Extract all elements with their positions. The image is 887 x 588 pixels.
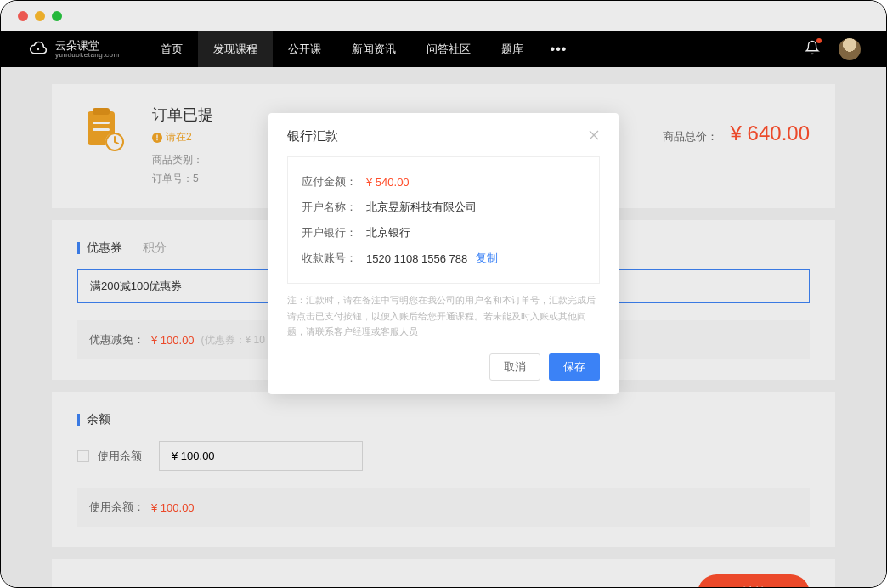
app-window: 云朵课堂 yunduoketang.com 首页 发现课程 公开课 新闻资讯 问… — [0, 0, 887, 588]
cancel-button[interactable]: 取消 — [489, 353, 540, 381]
modal-note: 注：汇款时，请在备注中写明您在我公司的用户名和本订单号，汇款完成后请点击已支付按… — [287, 292, 600, 340]
bank-value: 北京银行 — [366, 225, 410, 240]
account-no-label: 收款账号： — [302, 251, 366, 266]
account-no-value: 1520 1108 1556 788 — [366, 252, 467, 265]
modal-close-button[interactable] — [588, 129, 600, 144]
modal-footer: 取消 保存 — [287, 353, 600, 381]
copy-account-button[interactable]: 复制 — [476, 251, 498, 266]
account-name-value: 北京昱新科技有限公司 — [366, 200, 477, 215]
save-button[interactable]: 保存 — [549, 353, 600, 381]
bank-transfer-modal: 银行汇款 应付金额： ¥ 540.00 开户名称： 北京昱新科技有限公司 开户银… — [268, 113, 619, 394]
modal-body: 应付金额： ¥ 540.00 开户名称： 北京昱新科技有限公司 开户银行： 北京… — [287, 156, 600, 284]
modal-overlay[interactable]: 银行汇款 应付金额： ¥ 540.00 开户名称： 北京昱新科技有限公司 开户银… — [1, 1, 886, 587]
bank-label: 开户银行： — [302, 225, 366, 240]
amount-value: ¥ 540.00 — [366, 176, 410, 189]
modal-title: 银行汇款 — [287, 128, 338, 144]
amount-label: 应付金额： — [302, 174, 366, 189]
close-icon — [588, 129, 600, 141]
account-name-label: 开户名称： — [302, 200, 366, 215]
